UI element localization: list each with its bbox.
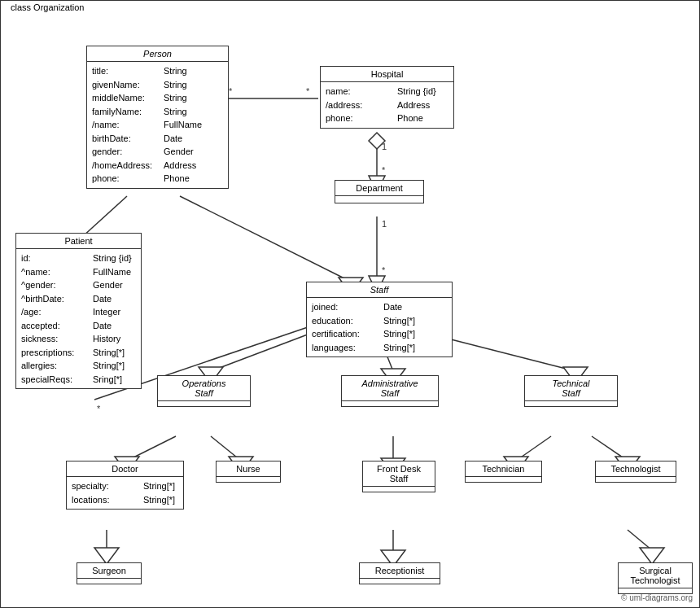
staff-class-attrs: joined:Date education:String[*] certific… (307, 298, 452, 356)
technical-staff-class-attrs (525, 401, 617, 406)
patient-class-name: Patient (16, 234, 141, 249)
patient-class: Patient id:String {id} ^name:FullName ^g… (15, 233, 142, 389)
doctor-class-name: Doctor (67, 461, 183, 477)
administrative-staff-class: AdministrativeStaff (341, 375, 439, 407)
svg-marker-5 (369, 133, 385, 149)
operations-staff-class: OperationsStaff (157, 375, 251, 407)
svg-line-0 (82, 196, 127, 237)
technician-class-attrs (466, 477, 541, 482)
department-class-attrs (335, 196, 423, 203)
svg-text:*: * (229, 86, 233, 96)
technologist-class-name: Technologist (596, 461, 676, 477)
svg-line-28 (516, 436, 551, 461)
front-desk-staff-class-attrs (363, 487, 435, 492)
hospital-class-attrs: name:String {id} /address:Address phone:… (321, 82, 453, 128)
svg-line-30 (592, 436, 628, 461)
technical-staff-class-name: TechnicalStaff (525, 376, 617, 401)
administrative-staff-class-name: AdministrativeStaff (342, 376, 438, 401)
surgeon-class-name: Surgeon (77, 563, 141, 579)
staff-class-name: Staff (307, 282, 452, 298)
hospital-class: Hospital name:String {id} /address:Addre… (320, 66, 454, 129)
technologist-class: Technologist (595, 461, 676, 483)
svg-text:*: * (306, 86, 310, 96)
svg-line-2 (180, 196, 351, 282)
nurse-class: Nurse (216, 461, 281, 483)
surgical-technologist-class-name: SurgicalTechnologist (619, 563, 692, 588)
svg-marker-33 (94, 548, 119, 564)
doctor-class-attrs: specialty:String[*] locations:String[*] (67, 477, 183, 509)
svg-text:*: * (97, 404, 101, 413)
svg-text:*: * (382, 265, 386, 275)
person-class: Person title:String givenName:String mid… (86, 46, 229, 189)
svg-line-16 (211, 330, 318, 371)
diagram-title: class Organization (7, 2, 88, 12)
person-class-name: Person (87, 46, 228, 62)
department-class: Department (335, 180, 424, 203)
staff-class: Staff joined:Date education:String[*] ce… (306, 282, 453, 357)
technician-class-name: Technician (466, 461, 541, 477)
diagram-container: class Organization 1 * * * 1 * (0, 0, 700, 608)
svg-line-22 (127, 436, 176, 461)
doctor-class: Doctor specialty:String[*] locations:Str… (66, 461, 184, 510)
svg-line-36 (628, 530, 652, 550)
department-class-name: Department (335, 181, 423, 196)
operations-staff-class-name: OperationsStaff (158, 376, 250, 401)
surgical-technologist-class: SurgicalTechnologist (618, 562, 693, 594)
hospital-class-name: Hospital (321, 67, 453, 82)
front-desk-staff-class-name: Front DeskStaff (363, 461, 435, 487)
nurse-class-name: Nurse (217, 461, 280, 477)
receptionist-class-attrs (360, 579, 440, 584)
nurse-class-attrs (217, 477, 280, 482)
patient-class-attrs: id:String {id} ^name:FullName ^gender:Ge… (16, 249, 141, 388)
svg-text:1: 1 (382, 219, 387, 229)
receptionist-class-name: Receptionist (360, 563, 440, 579)
technical-staff-class: TechnicalStaff (524, 375, 618, 407)
copyright-text: © uml-diagrams.org (621, 593, 693, 602)
technologist-class-attrs (596, 477, 676, 482)
person-class-attrs: title:String givenName:String middleName… (87, 62, 228, 188)
surgeon-class: Surgeon (77, 562, 142, 584)
svg-marker-37 (640, 548, 664, 564)
administrative-staff-class-attrs (342, 401, 438, 406)
receptionist-class: Receptionist (359, 562, 440, 584)
front-desk-staff-class: Front DeskStaff (362, 461, 435, 492)
svg-line-24 (211, 436, 241, 461)
technician-class: Technician (465, 461, 542, 483)
svg-text:*: * (382, 165, 386, 175)
operations-staff-class-attrs (158, 401, 250, 406)
svg-text:1: 1 (382, 142, 387, 151)
surgeon-class-attrs (77, 579, 141, 584)
